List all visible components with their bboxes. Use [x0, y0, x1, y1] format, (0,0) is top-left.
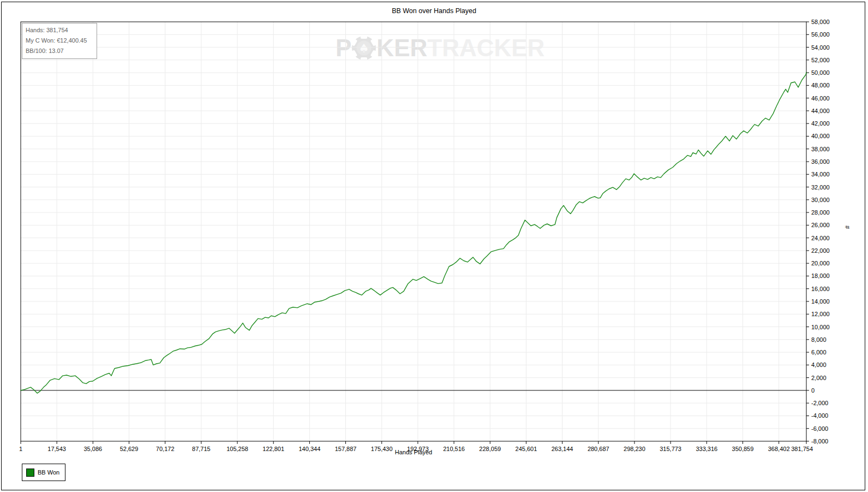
y-tick-label: 30,000 [811, 197, 830, 203]
y-tick-label: 54,000 [811, 44, 830, 51]
y-tick-label: 32,000 [811, 184, 830, 191]
chart-title: BB Won over Hands Played [0, 7, 868, 15]
y-tick-label: 16,000 [811, 286, 830, 292]
y-tick-label: 0 [811, 387, 815, 394]
legend-label: BB Won [38, 469, 59, 476]
y-tick-label: 46,000 [811, 95, 830, 102]
y-tick-label: 26,000 [811, 222, 830, 228]
y-tick-label: -8,000 [811, 438, 828, 444]
y-tick-label: -2,000 [811, 400, 828, 406]
y-tick-label: 58,000 [811, 19, 830, 25]
y-tick-label: 10,000 [811, 324, 830, 330]
y-tick-label: -4,000 [811, 412, 828, 419]
y-axis-title: # [844, 226, 851, 229]
summary-box: Hands: 381,754 My C Won: €12,400.45 BB/1… [22, 23, 97, 59]
legend-swatch-bb-won [26, 469, 34, 477]
y-tick-label: 20,000 [811, 260, 830, 266]
y-tick-label: 44,000 [811, 108, 830, 114]
y-tick-label: 2,000 [811, 375, 827, 381]
y-tick-label: 34,000 [811, 171, 830, 177]
y-tick-label: 52,000 [811, 57, 830, 63]
y-tick-label: 40,000 [811, 133, 830, 139]
y-tick-label: 22,000 [811, 247, 830, 254]
y-tick-label: 24,000 [811, 235, 830, 241]
summary-bb-per-100: BB/100: 13.07 [26, 46, 93, 56]
y-tick-label: 4,000 [811, 361, 827, 368]
y-tick-label: 56,000 [811, 31, 830, 38]
summary-money-won: My C Won: €12,400.45 [26, 35, 93, 46]
chart-plot: 58,00056,00054,00052,00050,00048,00046,0… [0, 0, 868, 492]
plot-border [21, 22, 806, 441]
bb-won-line [21, 73, 806, 394]
y-tick-label: 38,000 [811, 146, 830, 152]
y-tick-label: -6,000 [811, 425, 828, 432]
y-tick-label: 6,000 [811, 349, 827, 355]
y-tick-label: 8,000 [811, 336, 827, 343]
y-tick-label: 36,000 [811, 158, 830, 165]
y-tick-label: 50,000 [811, 69, 830, 76]
legend: BB Won [22, 464, 65, 481]
y-tick-label: 48,000 [811, 82, 830, 88]
y-tick-label: 28,000 [811, 209, 830, 216]
y-tick-label: 18,000 [811, 272, 830, 279]
y-tick-label: 14,000 [811, 298, 830, 305]
x-axis-title: Hands Played [21, 449, 806, 455]
summary-hands: Hands: 381,754 [26, 25, 93, 35]
y-tick-label: 12,000 [811, 311, 830, 317]
y-tick-label: 42,000 [811, 120, 830, 127]
